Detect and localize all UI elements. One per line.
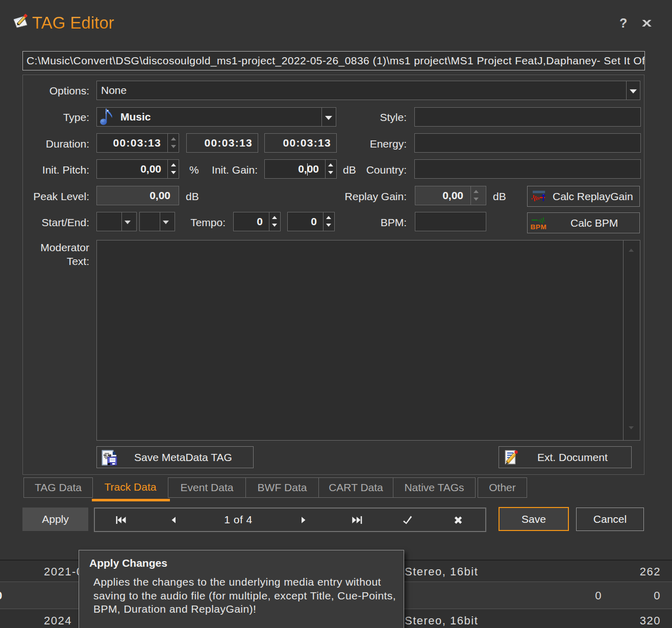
- svg-text:BPM: BPM: [531, 223, 546, 231]
